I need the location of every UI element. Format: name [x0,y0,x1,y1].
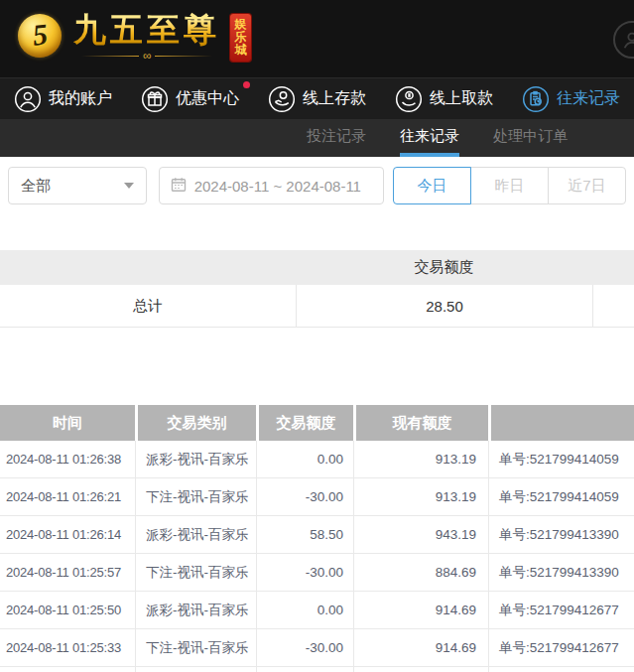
cell-type: 派彩-视讯-百家乐 [135,592,256,628]
nav-item-transactions[interactable]: 往来记录 [522,85,620,113]
brand-logo[interactable]: 九五至尊 ∞ [73,12,220,62]
summary-table: 交易额度 总计 28.50 [0,250,634,328]
cell-order: 单号:521799414059 [488,441,634,477]
table-row[interactable]: 2024-08-11 01:26:38 派彩-视讯-百家乐 0.00 913.1… [0,441,634,478]
cell-order: 单号:521799413390 [488,516,634,553]
brand-header: 5 九五至尊 ∞ 娱 乐 城 [0,0,634,77]
nav-item-label: 线上存款 [303,88,366,109]
summary-total-value: 28.50 [296,285,592,327]
cell-balance: 913.19 [353,478,488,515]
gift-icon [141,85,169,113]
nav-item-label: 我的账户 [49,88,112,109]
flourish-ornament: ∞ [81,50,213,62]
date-range-value: 2024-08-11 ~ 2024-08-11 [194,178,361,195]
table-row[interactable]: 2024-08-11 01:25:50 派彩-视讯-百家乐 0.00 914.6… [0,592,634,629]
cell-type: 派彩-视讯-百家乐 [135,441,256,477]
cell-amount: -30.00 [256,629,353,666]
records-icon [522,85,550,113]
nav-item-withdraw[interactable]: 线上取款 [395,85,493,113]
record-tabs: 投注记录 往来记录 处理中订单 [0,119,634,157]
cell-balance: 943.19 [353,516,488,553]
nav-item-my-account[interactable]: 我的账户 [14,85,112,113]
cell-type: 下注-视讯-百家乐 [135,478,256,515]
cell-type: 下注-视讯-百家乐 [135,554,256,591]
deposit-icon [268,85,296,113]
tab-bet-records[interactable]: 投注记录 [307,119,366,157]
calendar-icon [171,177,187,196]
cell-time: 2024-08-11 01:26:21 [0,478,135,515]
cell-time: 2024-08-11 01:25:33 [0,629,135,666]
filter-bar: 全部 2024-08-11 ~ 2024-08-11 今日 昨日 近7日 [8,167,626,204]
cell-amount: -30.00 [256,478,353,515]
cell-balance: 913.19 [353,441,488,477]
nav-item-label: 往来记录 [557,88,620,109]
cell-order: 单号:521799414059 [488,478,634,515]
nav-item-deposit[interactable]: 线上存款 [268,85,366,113]
cell-type: 下注-视讯-百家乐 [135,629,256,666]
main-nav: 我的账户 优惠中心 线上存款 [0,77,634,119]
cell-amount: 58.50 [256,516,353,553]
transactions-header-row: 时间 交易类别 交易额度 现有额度 [0,405,634,441]
withdraw-icon [395,85,423,113]
today-button[interactable]: 今日 [393,167,471,204]
col-header-balance: 现有额度 [353,405,488,441]
tab-processing-orders[interactable]: 处理中订单 [493,119,568,157]
last7days-button[interactable]: 近7日 [548,167,626,204]
yesterday-button[interactable]: 昨日 [470,167,549,204]
user-avatar-icon[interactable] [613,21,634,59]
summary-header-amount: 交易额度 [296,258,592,277]
category-select[interactable]: 全部 [8,167,147,204]
transactions-body: 2024-08-11 01:26:38 派彩-视讯-百家乐 0.00 913.1… [0,441,634,667]
summary-total-label: 总计 [0,285,296,327]
cell-balance: 884.69 [353,554,488,591]
table-row[interactable]: 2024-08-11 01:26:21 下注-视讯-百家乐 -30.00 913… [0,478,634,516]
nav-item-label: 优惠中心 [176,88,239,109]
quick-date-buttons: 今日 昨日 近7日 [393,167,626,204]
transactions-table: 时间 交易类别 交易额度 现有额度 2024-08-11 01:26:38 派彩… [0,405,634,672]
brand-logo-icon[interactable]: 5 [18,14,62,58]
cell-order: 单号:521799412677 [488,592,634,628]
brand-title: 九五至尊 [73,12,220,48]
tab-transaction-records[interactable]: 往来记录 [400,119,459,157]
cell-time: 2024-08-11 01:25:57 [0,554,135,591]
partial-row [0,667,634,672]
category-select-value: 全部 [21,177,51,196]
nav-item-label: 线上取款 [430,88,493,109]
cell-time: 2024-08-11 01:26:14 [0,516,135,553]
chevron-down-icon [124,183,134,189]
date-range-input[interactable]: 2024-08-11 ~ 2024-08-11 [159,167,384,204]
summary-header-row: 交易额度 [0,250,634,285]
nav-item-promotions[interactable]: 优惠中心 [141,85,239,113]
notification-dot [243,81,250,88]
cell-amount: 0.00 [256,592,353,628]
cell-amount: -30.00 [256,554,353,591]
col-header-time: 时间 [0,405,135,441]
col-header-order [488,405,634,441]
col-header-amount: 交易额度 [256,405,353,441]
cell-order: 单号:521799413390 [488,554,634,591]
table-row[interactable]: 2024-08-11 01:26:14 派彩-视讯-百家乐 58.50 943.… [0,516,634,554]
table-row[interactable]: 2024-08-11 01:25:57 下注-视讯-百家乐 -30.00 884… [0,554,634,592]
user-icon [14,85,42,113]
cell-time: 2024-08-11 01:26:38 [0,441,135,477]
table-row[interactable]: 2024-08-11 01:25:33 下注-视讯-百家乐 -30.00 914… [0,629,634,667]
brand-badge: 娱 乐 城 [230,14,251,62]
cell-amount: 0.00 [256,441,353,477]
badge-char: 城 [235,44,247,57]
cell-balance: 914.69 [353,629,488,666]
summary-total-row: 总计 28.50 [0,285,634,328]
cell-order: 单号:521799412677 [488,629,634,666]
logo-monogram: 5 [31,17,49,52]
cell-time: 2024-08-11 01:25:50 [0,592,135,628]
col-header-type: 交易类别 [135,405,256,441]
cell-type: 派彩-视讯-百家乐 [135,516,256,553]
cell-balance: 914.69 [353,592,488,628]
